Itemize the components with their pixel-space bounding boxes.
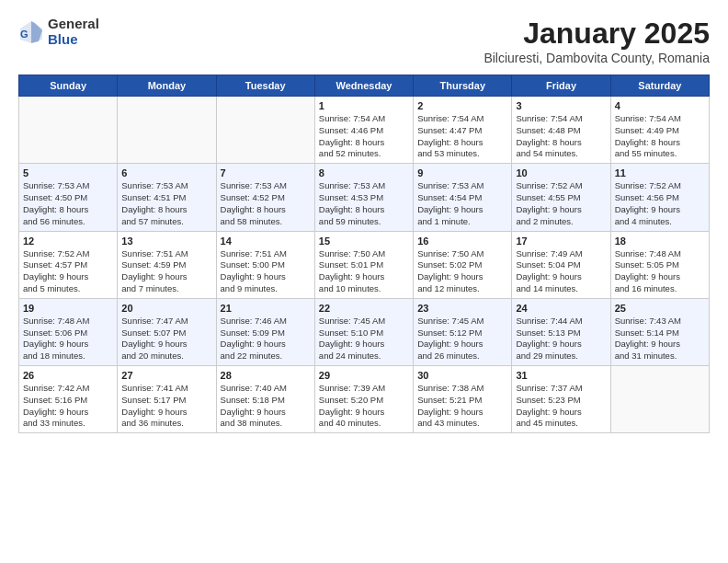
- day-number: 18: [615, 236, 705, 247]
- day-number: 27: [121, 370, 211, 381]
- day-info: Sunrise: 7:41 AM Sunset: 5:17 PM Dayligh…: [121, 383, 211, 430]
- calendar-header-sunday: Sunday: [19, 75, 118, 97]
- calendar-cell: 28Sunrise: 7:40 AM Sunset: 5:18 PM Dayli…: [216, 366, 314, 433]
- day-info: Sunrise: 7:53 AM Sunset: 4:54 PM Dayligh…: [417, 180, 507, 227]
- calendar-cell: [610, 366, 709, 433]
- calendar-cell: 21Sunrise: 7:46 AM Sunset: 5:09 PM Dayli…: [216, 298, 314, 365]
- day-info: Sunrise: 7:43 AM Sunset: 5:14 PM Dayligh…: [615, 316, 705, 362]
- day-number: 6: [121, 167, 211, 178]
- day-info: Sunrise: 7:52 AM Sunset: 4:55 PM Dayligh…: [516, 180, 606, 227]
- calendar-cell: 12Sunrise: 7:52 AM Sunset: 4:57 PM Dayli…: [19, 231, 118, 298]
- day-number: 30: [417, 370, 507, 381]
- calendar-header-saturday: Saturday: [610, 75, 709, 97]
- logo-text: General Blue: [48, 17, 99, 47]
- calendar-cell: 23Sunrise: 7:45 AM Sunset: 5:12 PM Dayli…: [414, 298, 512, 365]
- day-info: Sunrise: 7:37 AM Sunset: 5:23 PM Dayligh…: [516, 383, 606, 430]
- calendar-cell: 20Sunrise: 7:47 AM Sunset: 5:07 PM Dayli…: [118, 298, 216, 365]
- day-info: Sunrise: 7:53 AM Sunset: 4:51 PM Dayligh…: [121, 180, 211, 227]
- day-info: Sunrise: 7:51 AM Sunset: 5:00 PM Dayligh…: [221, 248, 311, 295]
- day-number: 16: [417, 236, 507, 247]
- calendar-cell: 15Sunrise: 7:50 AM Sunset: 5:01 PM Dayli…: [314, 231, 413, 298]
- calendar-cell: 27Sunrise: 7:41 AM Sunset: 5:17 PM Dayli…: [118, 366, 216, 433]
- day-number: 20: [121, 303, 211, 314]
- calendar-cell: 1Sunrise: 7:54 AM Sunset: 4:46 PM Daylig…: [314, 97, 413, 164]
- calendar-cell: 9Sunrise: 7:53 AM Sunset: 4:54 PM Daylig…: [414, 164, 512, 231]
- calendar-header-monday: Monday: [118, 75, 216, 97]
- day-number: 4: [615, 100, 705, 111]
- calendar-header-wednesday: Wednesday: [314, 75, 413, 97]
- logo: G General Blue: [18, 17, 99, 47]
- calendar-cell: [216, 97, 314, 164]
- day-info: Sunrise: 7:44 AM Sunset: 5:13 PM Dayligh…: [516, 316, 606, 362]
- day-info: Sunrise: 7:54 AM Sunset: 4:47 PM Dayligh…: [417, 113, 507, 160]
- day-number: 1: [319, 100, 409, 111]
- day-info: Sunrise: 7:50 AM Sunset: 5:01 PM Dayligh…: [319, 248, 409, 295]
- day-info: Sunrise: 7:53 AM Sunset: 4:52 PM Dayligh…: [221, 180, 311, 227]
- calendar-cell: 16Sunrise: 7:50 AM Sunset: 5:02 PM Dayli…: [414, 231, 512, 298]
- calendar-week-row: 26Sunrise: 7:42 AM Sunset: 5:16 PM Dayli…: [19, 366, 710, 433]
- calendar-cell: 24Sunrise: 7:44 AM Sunset: 5:13 PM Dayli…: [512, 298, 610, 365]
- calendar-header-tuesday: Tuesday: [216, 75, 314, 97]
- calendar-cell: 17Sunrise: 7:49 AM Sunset: 5:04 PM Dayli…: [512, 231, 610, 298]
- day-number: 29: [319, 370, 409, 381]
- day-number: 26: [23, 370, 113, 381]
- calendar-cell: [19, 97, 118, 164]
- day-info: Sunrise: 7:38 AM Sunset: 5:21 PM Dayligh…: [417, 383, 507, 430]
- calendar-cell: 30Sunrise: 7:38 AM Sunset: 5:21 PM Dayli…: [414, 366, 512, 433]
- calendar-cell: 2Sunrise: 7:54 AM Sunset: 4:47 PM Daylig…: [414, 97, 512, 164]
- calendar-cell: 31Sunrise: 7:37 AM Sunset: 5:23 PM Dayli…: [512, 366, 610, 433]
- day-number: 15: [319, 236, 409, 247]
- day-number: 14: [221, 236, 311, 247]
- logo-icon: G: [18, 19, 44, 45]
- calendar-cell: 6Sunrise: 7:53 AM Sunset: 4:51 PM Daylig…: [118, 164, 216, 231]
- day-info: Sunrise: 7:51 AM Sunset: 4:59 PM Dayligh…: [121, 248, 211, 295]
- calendar-week-row: 12Sunrise: 7:52 AM Sunset: 4:57 PM Dayli…: [19, 231, 710, 298]
- calendar-cell: 22Sunrise: 7:45 AM Sunset: 5:10 PM Dayli…: [314, 298, 413, 365]
- calendar-week-row: 1Sunrise: 7:54 AM Sunset: 4:46 PM Daylig…: [19, 97, 710, 164]
- day-info: Sunrise: 7:52 AM Sunset: 4:57 PM Dayligh…: [23, 248, 113, 295]
- day-number: 17: [516, 236, 606, 247]
- calendar-cell: 13Sunrise: 7:51 AM Sunset: 4:59 PM Dayli…: [118, 231, 216, 298]
- day-info: Sunrise: 7:54 AM Sunset: 4:49 PM Dayligh…: [615, 113, 705, 160]
- subtitle: Bilciuresti, Dambovita County, Romania: [483, 51, 710, 65]
- day-info: Sunrise: 7:50 AM Sunset: 5:02 PM Dayligh…: [417, 248, 507, 295]
- day-info: Sunrise: 7:45 AM Sunset: 5:12 PM Dayligh…: [417, 316, 507, 362]
- day-number: 5: [23, 167, 113, 178]
- calendar-cell: [118, 97, 216, 164]
- day-info: Sunrise: 7:54 AM Sunset: 4:48 PM Dayligh…: [516, 113, 606, 160]
- calendar-cell: 5Sunrise: 7:53 AM Sunset: 4:50 PM Daylig…: [19, 164, 118, 231]
- day-info: Sunrise: 7:52 AM Sunset: 4:56 PM Dayligh…: [615, 180, 705, 227]
- calendar-cell: 26Sunrise: 7:42 AM Sunset: 5:16 PM Dayli…: [19, 366, 118, 433]
- day-number: 25: [615, 303, 705, 314]
- calendar-header-thursday: Thursday: [414, 75, 512, 97]
- calendar-cell: 8Sunrise: 7:53 AM Sunset: 4:53 PM Daylig…: [314, 164, 413, 231]
- day-info: Sunrise: 7:49 AM Sunset: 5:04 PM Dayligh…: [516, 248, 606, 295]
- day-info: Sunrise: 7:48 AM Sunset: 5:05 PM Dayligh…: [615, 248, 705, 295]
- logo-general-label: General: [48, 17, 99, 32]
- svg-text:G: G: [20, 29, 28, 40]
- day-info: Sunrise: 7:53 AM Sunset: 4:50 PM Dayligh…: [23, 180, 113, 227]
- calendar-cell: 29Sunrise: 7:39 AM Sunset: 5:20 PM Dayli…: [314, 366, 413, 433]
- calendar-cell: 19Sunrise: 7:48 AM Sunset: 5:06 PM Dayli…: [19, 298, 118, 365]
- calendar-cell: 3Sunrise: 7:54 AM Sunset: 4:48 PM Daylig…: [512, 97, 610, 164]
- day-info: Sunrise: 7:53 AM Sunset: 4:53 PM Dayligh…: [319, 180, 409, 227]
- day-number: 8: [319, 167, 409, 178]
- day-number: 9: [417, 167, 507, 178]
- calendar-cell: 18Sunrise: 7:48 AM Sunset: 5:05 PM Dayli…: [610, 231, 709, 298]
- calendar-week-row: 19Sunrise: 7:48 AM Sunset: 5:06 PM Dayli…: [19, 298, 710, 365]
- day-number: 10: [516, 167, 606, 178]
- day-info: Sunrise: 7:39 AM Sunset: 5:20 PM Dayligh…: [319, 383, 409, 430]
- day-info: Sunrise: 7:40 AM Sunset: 5:18 PM Dayligh…: [221, 383, 311, 430]
- day-number: 24: [516, 303, 606, 314]
- calendar-cell: 7Sunrise: 7:53 AM Sunset: 4:52 PM Daylig…: [216, 164, 314, 231]
- day-number: 28: [221, 370, 311, 381]
- day-number: 7: [221, 167, 311, 178]
- day-info: Sunrise: 7:47 AM Sunset: 5:07 PM Dayligh…: [121, 316, 211, 362]
- calendar-week-row: 5Sunrise: 7:53 AM Sunset: 4:50 PM Daylig…: [19, 164, 710, 231]
- day-info: Sunrise: 7:46 AM Sunset: 5:09 PM Dayligh…: [221, 316, 311, 362]
- calendar-header-friday: Friday: [512, 75, 610, 97]
- day-info: Sunrise: 7:54 AM Sunset: 4:46 PM Dayligh…: [319, 113, 409, 160]
- calendar-table: SundayMondayTuesdayWednesdayThursdayFrid…: [18, 75, 710, 433]
- title-block: January 2025 Bilciuresti, Dambovita Coun…: [483, 17, 710, 65]
- day-number: 21: [221, 303, 311, 314]
